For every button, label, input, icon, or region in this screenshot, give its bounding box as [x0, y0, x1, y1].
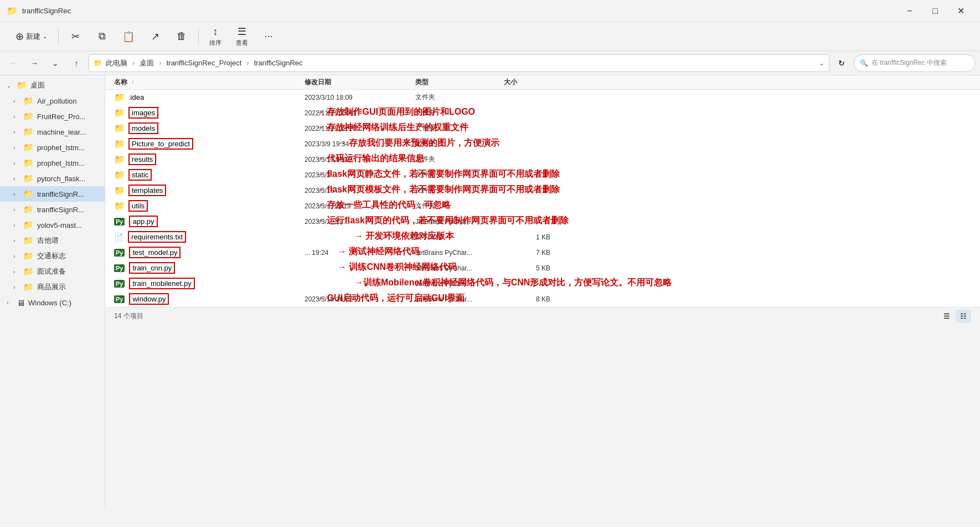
cut-button[interactable]: ✂	[63, 24, 87, 49]
file-date: 2023/3/... 19:19	[305, 202, 415, 210]
breadcrumb-current: tranfficSignRec	[254, 59, 303, 67]
breadcrumb-1: 此电脑	[106, 58, 127, 68]
col-size[interactable]: 大小	[504, 78, 559, 87]
refresh-button[interactable]: ↻	[833, 54, 850, 72]
col-name[interactable]: 名称 ↑	[105, 78, 305, 87]
sidebar-item-label: pytorch_flask...	[37, 175, 85, 183]
py-icon: Py	[114, 295, 125, 303]
file-row[interactable]: Py test_model.py ... 19:24 JetBrains PyC…	[105, 245, 980, 260]
file-name: train_mobilenet.py	[129, 278, 194, 289]
py-icon: Py	[114, 249, 125, 257]
new-button[interactable]: ⊕ 新建 ⌄	[9, 24, 54, 49]
expand-arrow-icon: ›	[13, 238, 21, 244]
folder-icon: 📁	[23, 96, 34, 106]
sidebar-item-pytorch[interactable]: › 📁 pytorch_flask...	[0, 171, 105, 186]
folder-icon: 📁	[23, 111, 34, 121]
file-row[interactable]: Py window.py 2023/3/10 16:02 JetBrains P…	[105, 291, 980, 307]
file-name: static	[128, 169, 152, 181]
file-type: JetBrains PyChar...	[415, 295, 504, 303]
sidebar-item-prophet1[interactable]: › 📁 prophet_lstm...	[0, 140, 105, 155]
sidebar-item-air-pollution[interactable]: › 📁 Air_pollution	[0, 93, 105, 109]
search-box[interactable]: 🔍 在 tranfficSignRec 中搜索	[854, 54, 976, 72]
file-name-cell: Py test_model.py	[105, 247, 305, 258]
py-icon: Py	[114, 264, 125, 272]
expand-arrow-icon: ›	[13, 98, 21, 104]
file-row[interactable]: 📁 models 2022/11/21 19:25 文件夹 → 存放神经网络训练…	[105, 121, 980, 136]
forward-button[interactable]: →	[25, 54, 43, 72]
file-row[interactable]: 📁 .idea 2023/3/10 18:09 文件夹	[105, 90, 980, 105]
sidebar-item-guitar[interactable]: › 📁 吉他谱	[0, 233, 105, 248]
file-name-cell: 📁 utils	[105, 200, 305, 212]
sidebar-item-label: tranfficSignR...	[37, 206, 84, 214]
back-button[interactable]: ←	[4, 54, 22, 72]
file-row[interactable]: Py app.py 2023/3/... 15:... JetBrains Py…	[105, 214, 980, 229]
share-button[interactable]: ↗	[143, 24, 167, 49]
col-name-label: 名称	[114, 78, 127, 86]
file-row[interactable]: 📁 images 2022/11/21 15:41 文件夹 → 存放制作GUI页…	[105, 105, 980, 121]
file-name-cell: Py train_cnn.py	[105, 262, 305, 274]
sidebar-item-fruitrec[interactable]: › 📁 FruitRec_Pro...	[0, 109, 105, 124]
file-name: Picture_to_predict	[128, 138, 193, 150]
file-date: 2023/3/... 15:...	[305, 218, 415, 226]
folder-icon: 📁	[114, 139, 125, 149]
file-row[interactable]: 📁 results 2023/3/10 16:02 文件夹 → 代码运行输出的结…	[105, 152, 980, 167]
new-button-label: 新建	[26, 32, 40, 42]
list-view-button[interactable]: ☰	[939, 310, 955, 323]
file-row[interactable]: 📁 utils 2023/3/... 19:19 文件夹 → 存放一些工具性的代…	[105, 198, 980, 214]
view-label: 查看	[236, 39, 248, 47]
sort-button[interactable]: ↕ 排序	[203, 24, 228, 49]
sidebar-item-interview[interactable]: › 📁 面试准备	[0, 264, 105, 279]
search-placeholder: 在 tranfficSignRec 中搜索	[871, 58, 947, 68]
sidebar-item-label: machine_lear...	[37, 128, 86, 136]
col-type[interactable]: 类型	[415, 78, 504, 87]
sidebar-item-prophet2[interactable]: › 📁 prophet_lstm...	[0, 155, 105, 171]
paste-button[interactable]: 📋	[116, 24, 141, 49]
sidebar-item-windows[interactable]: › 🖥 Windows (C:)	[0, 295, 105, 310]
sidebar-item-desktop[interactable]: ⌄ 📁 桌面	[0, 78, 105, 93]
sort-label: 排序	[209, 39, 221, 47]
close-button[interactable]: ✕	[948, 0, 973, 22]
delete-button[interactable]: 🗑	[169, 24, 194, 49]
sidebar-item-tranfficsign1[interactable]: › 📁 tranfficSignR...	[0, 186, 105, 202]
sidebar-item-products[interactable]: › 📁 商品展示	[0, 279, 105, 295]
up-button[interactable]: ↑	[68, 54, 85, 72]
details-view-button[interactable]: ☷	[956, 310, 971, 323]
file-row[interactable]: 📁 static 2023/3/3 ... 文件夹 → flask网页静态文件，…	[105, 167, 980, 183]
sidebar-item-tranfficsign2[interactable]: › 📁 tranfficSignR...	[0, 202, 105, 217]
file-name: test_model.py	[129, 247, 180, 258]
address-box[interactable]: 📁 此电脑 › 桌面 › tranfficSignRec_Project › t…	[89, 54, 829, 72]
file-row[interactable]: 📁 Picture_to_predict 2023/3/9 19:34 文件夹 …	[105, 136, 980, 152]
file-row[interactable]: Py train_cnn.py JetBrains PyChar... 5 KB…	[105, 260, 980, 276]
file-row[interactable]: Py train_mobilenet.py JetBrains PyChar..…	[105, 276, 980, 291]
view-button[interactable]: ☰ 查看	[230, 24, 254, 49]
sidebar-item-machine[interactable]: › 📁 machine_lear...	[0, 124, 105, 140]
file-row[interactable]: 📁 templates 2023/3/16 ... 文件夹 → flask网页模…	[105, 183, 980, 198]
sidebar-item-label: prophet_lstm...	[37, 144, 85, 152]
file-type: 文件夹	[415, 201, 504, 211]
dropdown-button[interactable]: ⌄	[47, 54, 64, 72]
file-name: window.py	[129, 293, 169, 305]
sidebar-item-traffic[interactable]: › 📁 交通标志	[0, 248, 105, 264]
more-button[interactable]: ···	[256, 24, 281, 49]
maximize-button[interactable]: □	[922, 0, 948, 22]
sidebar-item-yolov5[interactable]: › 📁 yolov5-mast...	[0, 217, 105, 233]
minimize-button[interactable]: −	[897, 0, 922, 22]
file-row[interactable]: 📄 requirements.txt 文本文档 1 KB → 开发环境依赖对应版…	[105, 229, 980, 245]
folder-icon: 📁	[114, 154, 125, 165]
filelist-header: 名称 ↑ 修改日期 类型 大小	[105, 75, 980, 90]
more-icon: ···	[264, 30, 272, 42]
file-size: 5 KB	[504, 264, 559, 272]
file-name-cell: Py window.py	[105, 293, 305, 305]
folder-icon: 📁	[114, 170, 125, 180]
file-size: 7 KB	[504, 249, 559, 257]
sidebar-item-label: prophet_lstm...	[37, 159, 85, 167]
py-icon: Py	[114, 218, 125, 226]
col-date[interactable]: 修改日期	[305, 78, 415, 87]
file-name-cell: 📁 images	[105, 107, 305, 119]
folder-icon: 📁	[114, 185, 125, 196]
copy-button[interactable]: ⧉	[90, 24, 114, 49]
address-dropdown-icon[interactable]: ⌄	[819, 59, 824, 67]
folder-icon: 📁	[23, 158, 34, 168]
file-name: requirements.txt	[128, 231, 186, 243]
copy-icon: ⧉	[99, 30, 106, 42]
